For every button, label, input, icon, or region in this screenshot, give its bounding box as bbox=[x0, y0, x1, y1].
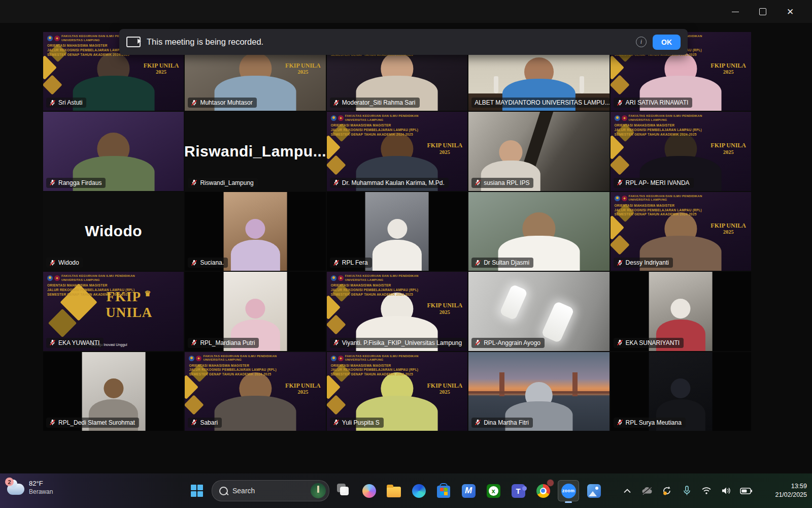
participant-tile[interactable]: Dr Sultan Djasmi bbox=[468, 192, 609, 271]
participant-name-label: Rangga Firdaus bbox=[46, 178, 106, 188]
portrait-video bbox=[365, 192, 429, 271]
sync-update-icon[interactable] bbox=[661, 485, 673, 497]
participant-tile[interactable]: susiana RPL IPS bbox=[468, 112, 609, 190]
participant-tile[interactable]: FAKULTAS KEGURUAN DAN ILMU PENDIDIKANUNI… bbox=[327, 352, 467, 431]
fkip-backdrop-header: FAKULTAS KEGURUAN DAN ILMU PENDIDIKANUNI… bbox=[615, 114, 747, 137]
participant-tile[interactable]: RPL-Anggrain Ayogo bbox=[468, 272, 609, 351]
volume-icon[interactable] bbox=[720, 485, 732, 497]
fkip-logo bbox=[338, 356, 344, 361]
participant-tile[interactable]: Rangga Firdaus bbox=[43, 112, 184, 190]
zoom-icon: zoom bbox=[561, 484, 576, 498]
close-icon: ✕ bbox=[787, 8, 794, 16]
muted-mic-icon bbox=[475, 260, 481, 266]
fkip-backdrop-header: FAKULTAS KEGURUAN DAN ILMU PENDIDIKANUNI… bbox=[189, 355, 321, 377]
participant-tile[interactable]: Dina Martha Fitri bbox=[468, 352, 609, 431]
participant-name-label: RPL_Dedi Slamet Surohmat bbox=[46, 418, 139, 428]
muted-mic-icon bbox=[333, 179, 340, 186]
recording-camera-icon bbox=[126, 37, 141, 47]
participant-name-label: Viyanti. P.Fisika_FKIP_Universitas Lampu… bbox=[330, 338, 466, 348]
participant-tile[interactable]: Suciana. bbox=[185, 192, 325, 271]
unila-logo bbox=[47, 275, 53, 281]
m-app-button[interactable]: M bbox=[458, 481, 479, 501]
participant-tile[interactable]: RPL Fera bbox=[327, 192, 467, 271]
desktop: ✕ FAKULTAS KEGURUAN DAN ILMU PENDIDIKANU… bbox=[0, 0, 812, 508]
participant-tile[interactable]: WidodoWidodo bbox=[43, 192, 184, 271]
participant-name: ALBET MAYDIANTORO UNIVERSITAS LAMPU... bbox=[475, 99, 609, 106]
file-explorer-button[interactable] bbox=[384, 481, 404, 501]
onedrive-paused-icon[interactable] bbox=[641, 485, 653, 497]
close-button[interactable]: ✕ bbox=[784, 5, 797, 18]
wifi-icon[interactable] bbox=[700, 485, 713, 497]
participant-tile[interactable]: Riswandi_Lampu...Riswandi_Lampung bbox=[185, 112, 325, 190]
participant-name: RPL AP- MERI IVANDA bbox=[626, 179, 690, 186]
muted-mic-icon bbox=[475, 179, 481, 186]
microphone-icon[interactable] bbox=[681, 485, 693, 497]
muted-mic-icon bbox=[191, 339, 197, 346]
participant-tile[interactable]: FAKULTAS KEGURUAN DAN ILMU PENDIDIKANUNI… bbox=[611, 112, 751, 190]
participant-name: Dr. Muhammad Kaulan Karima, M.Pd. bbox=[342, 179, 445, 186]
photos-button[interactable] bbox=[584, 481, 604, 501]
copilot-button[interactable] bbox=[359, 481, 379, 501]
chrome-button[interactable] bbox=[533, 481, 553, 501]
participant-name: Muhtasor Muhtasor bbox=[200, 99, 252, 106]
fkip-backdrop-header: FAKULTAS KEGURUAN DAN ILMU PENDIDIKANUNI… bbox=[615, 195, 747, 217]
participant-name-label: RPL-Anggrain Ayogo bbox=[471, 338, 545, 348]
restore-button[interactable] bbox=[756, 5, 769, 18]
info-icon[interactable]: i bbox=[636, 37, 647, 47]
participant-tile[interactable]: EKA SUNARIYANTI bbox=[611, 272, 751, 351]
muted-mic-icon bbox=[49, 179, 56, 186]
muted-mic-icon bbox=[191, 179, 197, 186]
participant-name-label: Riswandi_Lampung bbox=[188, 178, 257, 188]
participant-tile[interactable]: FAKULTAS KEGURUAN DAN ILMU PENDIDIKANUNI… bbox=[327, 112, 467, 190]
tray-chevron-up-icon[interactable] bbox=[621, 485, 633, 497]
minimize-button[interactable] bbox=[729, 5, 742, 18]
recording-ok-button[interactable]: OK bbox=[653, 35, 681, 50]
participant-name-label: EKA SUNARIYANTI bbox=[614, 338, 684, 348]
weather-widget[interactable]: 2 82°F Berawan bbox=[7, 480, 53, 495]
participant-name-label: Yuli Puspita S bbox=[330, 418, 384, 428]
participant-name-label: RPL_Mardiana Putri bbox=[188, 338, 259, 348]
system-tray bbox=[621, 473, 752, 508]
participant-name-label: RPL Fera bbox=[330, 258, 372, 268]
xbox-button[interactable]: x bbox=[483, 481, 503, 501]
participant-tile[interactable]: RPL Surya Meutiana bbox=[611, 352, 751, 431]
microsoft-store-button[interactable] bbox=[433, 481, 454, 501]
window-controls: ✕ bbox=[729, 5, 797, 18]
participant-tile[interactable]: FAKULTAS KEGURUAN DAN ILMU PENDIDIKANUNI… bbox=[611, 192, 751, 271]
muted-mic-icon bbox=[333, 100, 340, 106]
participant-name-label: Dessy Indriyanti bbox=[614, 258, 673, 268]
participant-name: RPL Surya Meutiana bbox=[626, 419, 682, 426]
participant-tile[interactable]: FAKULTAS KEGURUAN DAN ILMU PENDIDIKANUNI… bbox=[327, 272, 467, 351]
participant-name-label: Moderator_Siti Rahma Sari bbox=[330, 98, 420, 108]
participant-tile[interactable]: RPL_Mardiana Putri bbox=[185, 272, 325, 351]
weather-temperature: 82°F bbox=[29, 480, 53, 488]
recording-banner: This meeting is being recorded. i OK bbox=[119, 29, 688, 55]
muted-mic-icon bbox=[333, 260, 340, 266]
participant-name: susiana RPL IPS bbox=[484, 179, 529, 186]
battery-icon[interactable] bbox=[740, 485, 752, 497]
participant-tile[interactable]: FAKULTAS KEGURUAN DAN ILMU PENDIDIKANUNI… bbox=[43, 272, 184, 351]
participant-name: Suciana. bbox=[200, 259, 224, 266]
participant-tile[interactable]: FAKULTAS KEGURUAN DAN ILMU PENDIDIKANUNI… bbox=[185, 352, 325, 431]
participant-name-label: ALBET MAYDIANTORO UNIVERSITAS LAMPU... bbox=[471, 98, 609, 108]
edge-button[interactable] bbox=[409, 481, 429, 501]
participant-video-person bbox=[230, 219, 280, 271]
zoom-app-button[interactable]: zoom bbox=[558, 480, 579, 501]
unila-logo bbox=[615, 115, 620, 121]
start-button[interactable] bbox=[187, 481, 207, 501]
search-highlight-image bbox=[311, 483, 326, 498]
weather-condition: Berawan bbox=[29, 488, 53, 495]
fkip-brand-text: FKIP UNILA2025 bbox=[710, 62, 746, 76]
weather-cloud-icon: 2 bbox=[7, 484, 24, 495]
xbox-icon: x bbox=[487, 484, 500, 498]
search-input[interactable]: Search bbox=[212, 480, 329, 501]
fkip-logo bbox=[338, 275, 344, 281]
participant-tile[interactable]: RPL_Dedi Slamet Surohmat bbox=[43, 352, 184, 431]
taskbar-clock[interactable]: 13:59 21/02/2025 bbox=[775, 482, 807, 499]
teams-button[interactable]: T bbox=[508, 481, 528, 501]
muted-mic-icon bbox=[617, 100, 623, 106]
task-view-button[interactable] bbox=[334, 481, 354, 501]
unila-logo bbox=[615, 196, 620, 201]
fkip-logo bbox=[54, 36, 60, 41]
photos-icon bbox=[587, 484, 601, 498]
